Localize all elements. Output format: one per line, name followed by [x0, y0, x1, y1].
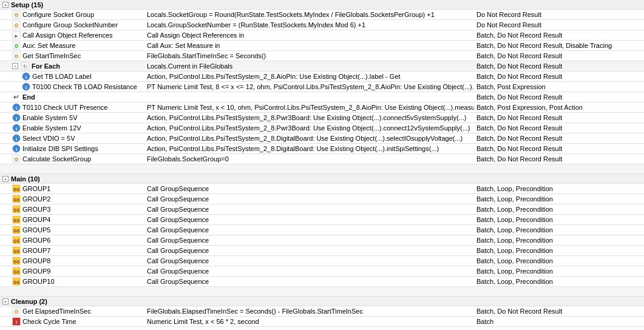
row-label: T0100 Check TB LOAD Resistance: [32, 83, 137, 90]
row-name: GS GROUP1: [0, 184, 144, 193]
collapse-icon[interactable]: -: [2, 2, 8, 8]
end-row-result: Batch, Do Not Record Result: [474, 93, 644, 101]
row-result: Batch, Loop, Precondition: [474, 185, 644, 192]
row-name: ⚙ Get ElapsedTimeInSec: [0, 307, 144, 315]
table-row[interactable]: GS GROUP3 Call GroupSequence Batch, Loop…: [0, 204, 644, 215]
svg-text:⚙: ⚙: [14, 157, 19, 163]
row-label: T0110 Check UUT Presence: [22, 104, 107, 111]
table-row[interactable]: i Get TB LOAD Label Action, PsiControl.L…: [0, 72, 644, 82]
table-row[interactable]: ⚙ Get ElapsedTimeInSec FileGlobals.Elaps…: [0, 306, 644, 317]
row-result: Batch, Loop, Precondition: [474, 268, 644, 275]
table-row[interactable]: i Initialize DIB SPI Settings Action, Ps…: [0, 144, 644, 154]
table-row[interactable]: ⚙ Aux: Set Measure Call Aux: Set Measure…: [0, 41, 644, 51]
table-row[interactable]: ⚙ Calculate SocketGroup FileGlobals.Sock…: [0, 154, 644, 164]
row-result: Batch, Do Not Record Result, Disable Tra…: [474, 42, 644, 49]
row-label: GROUP5: [22, 226, 50, 234]
svg-text:GS: GS: [13, 187, 19, 192]
section-header-name: - Cleanup (2): [0, 298, 144, 305]
row-name: i Initialize DIB SPI Settings: [0, 144, 144, 153]
table-row[interactable]: GS GROUP4 Call GroupSequence Batch, Loop…: [0, 215, 644, 225]
table-row[interactable]: [0, 287, 644, 297]
collapse-icon[interactable]: -: [2, 298, 8, 305]
svg-text:GS: GS: [13, 239, 19, 243]
row-expr: FileGlobals.ElapsedTimeInSec = Seconds()…: [144, 308, 474, 315]
row-result: Batch, Do Not Record Result: [474, 32, 644, 39]
svg-text:i: i: [16, 136, 17, 142]
row-result: Batch, Do Not Record Result: [474, 124, 644, 132]
row-name: ⚙ Configure Socket Group: [0, 10, 144, 19]
row-expr: Locals.SocketGroup = Round(RunState.Test…: [144, 11, 474, 18]
table-row[interactable]: - Main (10): [0, 174, 644, 184]
end-row-name: ↵ End: [0, 93, 144, 101]
table-row[interactable]: GS GROUP2 Call GroupSequence Batch, Loop…: [0, 194, 644, 204]
table-row[interactable]: [0, 164, 644, 174]
row-result: Batch, Do Not Record Result: [474, 155, 644, 163]
collapse-icon[interactable]: -: [2, 176, 8, 182]
row-expr: FileGlobals.SocketGroup=0: [144, 155, 474, 163]
table-row[interactable]: i Select VDIO = 5V Action, PsiControl.Li…: [0, 133, 644, 144]
foreach-name: - ↻ For Each: [0, 62, 144, 70]
table-row[interactable]: ► Call Assign Object References Call Ass…: [0, 30, 644, 41]
row-result: Batch, Do Not Record Result: [474, 308, 644, 315]
row-expr: Call GroupSequence: [144, 268, 474, 275]
row-name: GS GROUP7: [0, 246, 144, 255]
svg-text:⚙: ⚙: [14, 309, 19, 315]
row-label: Check Cycle Time: [22, 318, 76, 325]
foreach-result: Batch, Do Not Record Result: [474, 62, 644, 70]
table-row[interactable]: i T0100 Check TB LOAD Resistance PT Nume…: [0, 82, 644, 92]
table-row[interactable]: ⚙ Configure Socket Group Locals.SocketGr…: [0, 10, 644, 20]
row-name: ⚙ Calculate SocketGroup: [0, 155, 144, 163]
table-row[interactable]: GS GROUP9 Call GroupSequence Batch, Loop…: [0, 266, 644, 277]
svg-text:⚙: ⚙: [14, 12, 19, 18]
row-label: GROUP7: [22, 247, 50, 254]
table-row[interactable]: - ↻ For Each Locals.Current in FileGloba…: [0, 61, 644, 72]
table-row[interactable]: ↵ End Batch, Do Not Record Result: [0, 92, 644, 103]
table-row[interactable]: i T0110 Check UUT Presence PT Numeric Li…: [0, 103, 644, 113]
svg-text:GS: GS: [13, 218, 19, 223]
row-result: Batch, Loop, Precondition: [474, 206, 644, 213]
row-expr: PT Numeric Limit Test, x < 10, ohm, PsiC…: [144, 104, 474, 111]
row-result: Batch, Loop, Precondition: [474, 257, 644, 264]
foreach-collapse-icon[interactable]: -: [12, 63, 18, 69]
table-row[interactable]: GS GROUP6 Call GroupSequence Batch, Loop…: [0, 235, 644, 246]
row-expr: Call GroupSequence: [144, 247, 474, 254]
table-row[interactable]: GS GROUP10 Call GroupSequence Batch, Loo…: [0, 277, 644, 287]
row-name: ⚙ Get StartTimeInSec: [0, 52, 144, 60]
svg-text:!: !: [16, 320, 18, 325]
row-name: GS GROUP9: [0, 267, 144, 275]
row-expr: Action, PsiControl.Libs.PsiTestSystem_2_…: [144, 145, 474, 152]
table-row[interactable]: i Enable System 12V Action, PsiControl.L…: [0, 123, 644, 133]
table-row[interactable]: GS GROUP8 Call GroupSequence Batch, Loop…: [0, 256, 644, 266]
row-label: Enable System 5V: [22, 114, 78, 121]
row-result: Batch, Post Expression, Post Action: [474, 104, 644, 111]
table-row[interactable]: GS GROUP7 Call GroupSequence Batch, Loop…: [0, 246, 644, 256]
row-label: GROUP4: [22, 216, 50, 223]
table-row[interactable]: ! Check Cycle Time Numeric Limit Test, x…: [0, 317, 644, 327]
table-row[interactable]: GS GROUP1 Call GroupSequence Batch, Loop…: [0, 184, 644, 194]
row-name: ! Check Cycle Time: [0, 317, 144, 326]
end-row-label: End: [22, 93, 35, 101]
table-row[interactable]: ⚙ Configure Group SocketNumber Locals.Gr…: [0, 20, 644, 30]
row-expr: Call GroupSequence: [144, 216, 474, 223]
row-result: Batch, Do Not Record Result: [474, 114, 644, 121]
row-result: Batch, Loop, Precondition: [474, 226, 644, 234]
row-expr: Call GroupSequence: [144, 237, 474, 244]
svg-text:⚙: ⚙: [14, 22, 19, 29]
main-table: - Setup (15) ⚙ Configure Socket Group Lo…: [0, 0, 644, 330]
row-name: i Enable System 12V: [0, 124, 144, 132]
row-result: Batch, Loop, Precondition: [474, 237, 644, 244]
svg-text:GS: GS: [13, 280, 19, 285]
table-row[interactable]: i Enable System 5V Action, PsiControl.Li…: [0, 113, 644, 123]
svg-text:⚙: ⚙: [14, 53, 19, 59]
row-expr: Action, PsiControl.Libs.PsiTestSystem_2_…: [144, 73, 474, 80]
table-row[interactable]: - Setup (15): [0, 0, 644, 10]
table-row[interactable]: ⚙ Get StartTimeInSec FileGlobals.StartTi…: [0, 51, 644, 61]
table-row[interactable]: GS GROUP5 Call GroupSequence Batch, Loop…: [0, 225, 644, 235]
row-name: GS GROUP5: [0, 226, 144, 234]
row-result: Batch, Loop, Precondition: [474, 195, 644, 203]
row-label: Get TB LOAD Label: [32, 73, 92, 80]
svg-text:⚙: ⚙: [14, 43, 19, 49]
table-row[interactable]: - Cleanup (2): [0, 297, 644, 306]
row-label: GROUP9: [22, 268, 50, 275]
row-label: Configure Socket Group: [22, 11, 94, 18]
